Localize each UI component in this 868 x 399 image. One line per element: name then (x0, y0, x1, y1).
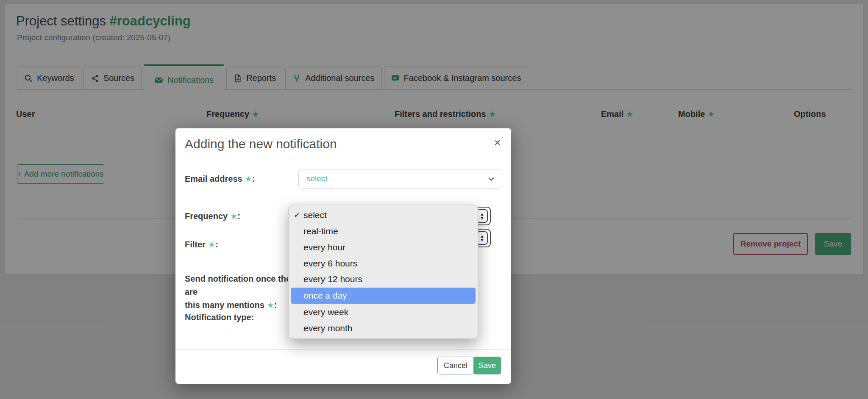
notification-type-label: Notification type: (185, 311, 254, 323)
email-address-select[interactable]: select (298, 169, 502, 188)
cancel-button[interactable]: Cancel (437, 357, 474, 374)
email-select-value: select (306, 174, 328, 183)
modal-save-button[interactable]: Save (473, 357, 501, 374)
premium-star-icon: ★ (230, 212, 237, 221)
dropdown-option-every-month[interactable]: every month (289, 320, 478, 336)
dropdown-option-once-a-day[interactable]: once a day (291, 288, 476, 304)
frequency-dropdown-menu: ✓ select real-time every hour every 6 ho… (288, 205, 478, 339)
modal-title: Adding the new notification (185, 137, 337, 151)
filter-label: Filter★: (185, 235, 218, 254)
chevron-down-icon (487, 175, 495, 183)
modal-footer-divider (175, 349, 511, 350)
select-stepper-icon[interactable]: ▲▼ (476, 209, 488, 223)
dropdown-option-select[interactable]: ✓ select (289, 207, 478, 223)
premium-star-icon: ★ (245, 175, 252, 183)
premium-star-icon: ★ (208, 240, 215, 249)
email-address-label: Email address★: (185, 169, 255, 189)
dropdown-option-real-time[interactable]: real-time (289, 223, 478, 239)
dropdown-option-every-week[interactable]: every week (289, 304, 478, 320)
dropdown-option-every-12-hours[interactable]: every 12 hours (289, 272, 478, 288)
dropdown-option-every-hour[interactable]: every hour (289, 239, 478, 255)
select-stepper-icon[interactable]: ▲▼ (476, 231, 488, 245)
check-icon: ✓ (294, 210, 300, 220)
frequency-label: Frequency★: (185, 207, 240, 226)
dropdown-option-every-6-hours[interactable]: every 6 hours (289, 255, 478, 272)
premium-star-icon: ★ (267, 301, 274, 310)
close-icon[interactable]: ✕ (494, 139, 501, 147)
